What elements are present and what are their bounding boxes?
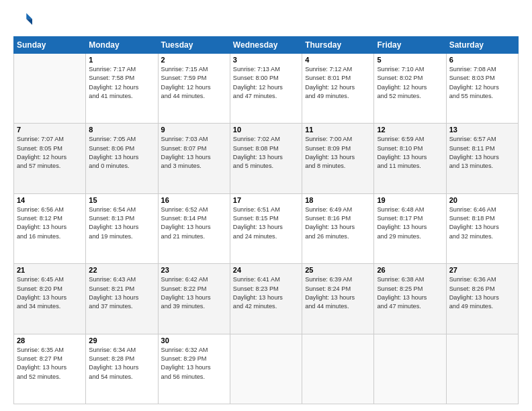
calendar-cell: 30Sunrise: 6:32 AM Sunset: 8:29 PM Dayli… (158, 334, 230, 404)
cell-info: Sunrise: 6:32 AM Sunset: 8:29 PM Dayligh… (161, 346, 227, 381)
calendar-cell: 16Sunrise: 6:52 AM Sunset: 8:14 PM Dayli… (158, 193, 230, 263)
calendar-cell: 2Sunrise: 7:15 AM Sunset: 7:59 PM Daylig… (158, 54, 230, 124)
day-number: 7 (17, 126, 83, 134)
calendar-week-row: 28Sunrise: 6:35 AM Sunset: 8:27 PM Dayli… (14, 334, 519, 404)
day-number: 18 (305, 196, 371, 204)
calendar-cell (374, 334, 446, 404)
cell-info: Sunrise: 7:15 AM Sunset: 7:59 PM Dayligh… (161, 65, 227, 101)
day-number: 22 (89, 266, 154, 274)
cell-info: Sunrise: 6:42 AM Sunset: 8:22 PM Dayligh… (161, 275, 227, 311)
calendar-week-row: 14Sunrise: 6:56 AM Sunset: 8:12 PM Dayli… (14, 193, 519, 263)
calendar-cell (230, 334, 302, 404)
cell-info: Sunrise: 6:45 AM Sunset: 8:20 PM Dayligh… (17, 275, 83, 311)
day-number: 26 (377, 266, 443, 274)
calendar-cell (14, 54, 86, 124)
calendar-cell: 22Sunrise: 6:43 AM Sunset: 8:21 PM Dayli… (86, 264, 158, 334)
day-number: 23 (161, 266, 227, 274)
cell-info: Sunrise: 6:34 AM Sunset: 8:28 PM Dayligh… (89, 346, 154, 381)
calendar-cell: 12Sunrise: 6:59 AM Sunset: 8:10 PM Dayli… (374, 124, 446, 193)
cell-info: Sunrise: 6:35 AM Sunset: 8:27 PM Dayligh… (17, 346, 83, 381)
calendar-cell: 24Sunrise: 6:41 AM Sunset: 8:23 PM Dayli… (230, 264, 302, 334)
cell-info: Sunrise: 6:59 AM Sunset: 8:10 PM Dayligh… (377, 135, 443, 171)
day-number: 27 (449, 266, 515, 274)
day-number: 24 (233, 266, 299, 274)
calendar-cell: 27Sunrise: 6:36 AM Sunset: 8:26 PM Dayli… (446, 264, 518, 334)
calendar-cell: 17Sunrise: 6:51 AM Sunset: 8:15 PM Dayli… (230, 193, 302, 263)
calendar-cell: 8Sunrise: 7:05 AM Sunset: 8:06 PM Daylig… (86, 124, 158, 193)
day-number: 20 (449, 196, 515, 204)
day-number: 30 (161, 336, 227, 345)
day-number: 12 (377, 126, 443, 134)
calendar-cell (302, 334, 374, 404)
calendar-week-row: 1Sunrise: 7:17 AM Sunset: 7:58 PM Daylig… (14, 54, 519, 124)
cell-info: Sunrise: 7:13 AM Sunset: 8:00 PM Dayligh… (233, 65, 299, 101)
day-number: 29 (89, 336, 154, 345)
day-number: 17 (233, 196, 299, 204)
calendar-header-wednesday: Wednesday (230, 37, 302, 54)
day-number: 10 (233, 126, 299, 134)
day-number: 6 (449, 56, 515, 64)
page: SundayMondayTuesdayWednesdayThursdayFrid… (0, 0, 532, 411)
calendar-header-saturday: Saturday (446, 37, 518, 54)
day-number: 13 (449, 126, 515, 134)
calendar-cell: 29Sunrise: 6:34 AM Sunset: 8:28 PM Dayli… (86, 334, 158, 404)
calendar-table: SundayMondayTuesdayWednesdayThursdayFrid… (13, 36, 519, 404)
calendar-cell: 7Sunrise: 7:07 AM Sunset: 8:05 PM Daylig… (14, 124, 86, 193)
calendar-cell: 26Sunrise: 6:38 AM Sunset: 8:25 PM Dayli… (374, 264, 446, 334)
cell-info: Sunrise: 6:43 AM Sunset: 8:21 PM Dayligh… (89, 275, 154, 311)
cell-info: Sunrise: 6:54 AM Sunset: 8:13 PM Dayligh… (89, 205, 154, 241)
calendar-cell: 21Sunrise: 6:45 AM Sunset: 8:20 PM Dayli… (14, 264, 86, 334)
calendar-cell: 14Sunrise: 6:56 AM Sunset: 8:12 PM Dayli… (14, 193, 86, 263)
calendar-cell: 15Sunrise: 6:54 AM Sunset: 8:13 PM Dayli… (86, 193, 158, 263)
day-number: 16 (161, 196, 227, 204)
day-number: 28 (17, 336, 83, 345)
calendar-header-thursday: Thursday (302, 37, 374, 54)
cell-info: Sunrise: 6:57 AM Sunset: 8:11 PM Dayligh… (449, 135, 515, 171)
calendar-cell: 5Sunrise: 7:10 AM Sunset: 8:02 PM Daylig… (374, 54, 446, 124)
calendar-cell: 19Sunrise: 6:48 AM Sunset: 8:17 PM Dayli… (374, 193, 446, 263)
calendar-header-sunday: Sunday (14, 37, 86, 54)
calendar-cell: 20Sunrise: 6:46 AM Sunset: 8:18 PM Dayli… (446, 193, 518, 263)
cell-info: Sunrise: 7:10 AM Sunset: 8:02 PM Dayligh… (377, 65, 443, 101)
cell-info: Sunrise: 6:49 AM Sunset: 8:16 PM Dayligh… (305, 205, 371, 241)
calendar-header-tuesday: Tuesday (158, 37, 230, 54)
cell-info: Sunrise: 6:51 AM Sunset: 8:15 PM Dayligh… (233, 205, 299, 241)
day-number: 8 (89, 126, 154, 134)
logo (13, 11, 35, 30)
calendar-cell: 23Sunrise: 6:42 AM Sunset: 8:22 PM Dayli… (158, 264, 230, 334)
calendar-cell: 25Sunrise: 6:39 AM Sunset: 8:24 PM Dayli… (302, 264, 374, 334)
cell-info: Sunrise: 7:03 AM Sunset: 8:07 PM Dayligh… (161, 135, 227, 171)
day-number: 21 (17, 266, 83, 274)
cell-info: Sunrise: 6:39 AM Sunset: 8:24 PM Dayligh… (305, 275, 371, 311)
day-number: 3 (233, 56, 299, 64)
calendar-cell (446, 334, 518, 404)
header (13, 11, 519, 30)
calendar-header-friday: Friday (374, 37, 446, 54)
calendar-cell: 28Sunrise: 6:35 AM Sunset: 8:27 PM Dayli… (14, 334, 86, 404)
day-number: 11 (305, 126, 371, 134)
cell-info: Sunrise: 7:05 AM Sunset: 8:06 PM Dayligh… (89, 135, 154, 171)
calendar-week-row: 7Sunrise: 7:07 AM Sunset: 8:05 PM Daylig… (14, 124, 519, 193)
day-number: 2 (161, 56, 227, 64)
cell-info: Sunrise: 6:46 AM Sunset: 8:18 PM Dayligh… (449, 205, 515, 241)
day-number: 19 (377, 196, 443, 204)
calendar-cell: 4Sunrise: 7:12 AM Sunset: 8:01 PM Daylig… (302, 54, 374, 124)
cell-info: Sunrise: 7:00 AM Sunset: 8:09 PM Dayligh… (305, 135, 371, 171)
day-number: 14 (17, 196, 83, 204)
day-number: 25 (305, 266, 371, 274)
cell-info: Sunrise: 6:41 AM Sunset: 8:23 PM Dayligh… (233, 275, 299, 311)
cell-info: Sunrise: 6:38 AM Sunset: 8:25 PM Dayligh… (377, 275, 443, 311)
calendar-header-monday: Monday (86, 37, 158, 54)
calendar-cell: 18Sunrise: 6:49 AM Sunset: 8:16 PM Dayli… (302, 193, 374, 263)
cell-info: Sunrise: 7:08 AM Sunset: 8:03 PM Dayligh… (449, 65, 515, 101)
calendar-cell: 13Sunrise: 6:57 AM Sunset: 8:11 PM Dayli… (446, 124, 518, 193)
day-number: 4 (305, 56, 371, 64)
calendar-week-row: 21Sunrise: 6:45 AM Sunset: 8:20 PM Dayli… (14, 264, 519, 334)
day-number: 15 (89, 196, 154, 204)
calendar-cell: 9Sunrise: 7:03 AM Sunset: 8:07 PM Daylig… (158, 124, 230, 193)
cell-info: Sunrise: 7:17 AM Sunset: 7:58 PM Dayligh… (89, 65, 154, 101)
cell-info: Sunrise: 7:02 AM Sunset: 8:08 PM Dayligh… (233, 135, 299, 171)
cell-info: Sunrise: 6:56 AM Sunset: 8:12 PM Dayligh… (17, 205, 83, 241)
day-number: 1 (89, 56, 154, 64)
cell-info: Sunrise: 7:12 AM Sunset: 8:01 PM Dayligh… (305, 65, 371, 101)
